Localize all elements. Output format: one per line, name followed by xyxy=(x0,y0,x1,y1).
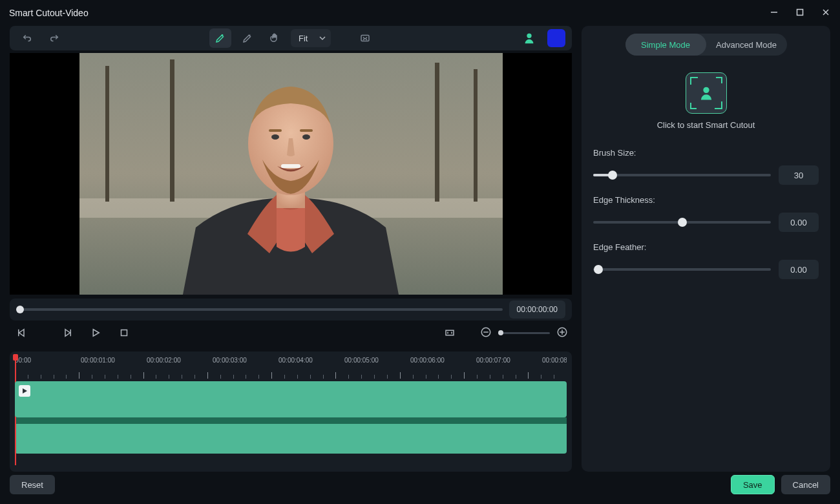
ruler-label: 00:00:03:00 xyxy=(213,357,247,364)
svg-marker-25 xyxy=(93,330,99,337)
edge-feather-row: 0.00 xyxy=(593,260,819,279)
ruler-label: 00:00:06:00 xyxy=(410,357,445,364)
background-color-swatch[interactable] xyxy=(547,29,565,47)
undo-button[interactable] xyxy=(16,28,38,48)
chevron-down-icon xyxy=(319,35,326,41)
simple-mode-tab[interactable]: Simple Mode xyxy=(625,34,706,56)
person-icon xyxy=(697,84,715,102)
ruler-label: 00:00:01:00 xyxy=(81,357,115,364)
transport-controls xyxy=(10,320,572,345)
erase-brush-tool[interactable] xyxy=(236,28,258,48)
svg-rect-13 xyxy=(474,69,478,202)
svg-marker-21 xyxy=(19,330,25,337)
svg-point-16 xyxy=(271,134,279,140)
svg-marker-23 xyxy=(65,330,70,337)
title-bar: Smart Cutout-Video xyxy=(0,0,840,26)
brush-size-value[interactable]: 30 xyxy=(779,165,819,185)
timeline-ruler[interactable]: 00:00 00:00:01:00 00:00:02:00 00:00:03:0… xyxy=(15,357,567,379)
svg-rect-19 xyxy=(300,129,313,132)
timeline-zoom-controls xyxy=(441,324,568,341)
edge-thickness-label: Edge Thickness: xyxy=(593,195,819,205)
zoom-in-button[interactable] xyxy=(556,326,568,340)
footer: Reset Save Cancel xyxy=(0,472,840,498)
ruler-label: 00:00:04:00 xyxy=(278,357,313,364)
edge-thickness-value[interactable]: 0.00 xyxy=(779,213,819,232)
zoom-slider[interactable] xyxy=(498,332,550,334)
ruler-label: 00:00:02:00 xyxy=(147,357,181,364)
scrubber-row: 00:00:00:00 xyxy=(10,299,572,320)
add-brush-tool[interactable] xyxy=(209,28,231,48)
prev-frame-button[interactable] xyxy=(14,324,30,341)
window-title: Smart Cutout-Video xyxy=(9,8,89,18)
silhouette-preview[interactable] xyxy=(520,29,538,47)
edge-feather-value[interactable]: 0.00 xyxy=(779,260,819,279)
stop-button[interactable] xyxy=(116,324,132,341)
svg-rect-7 xyxy=(361,36,369,41)
fit-timeline-button[interactable] xyxy=(441,324,458,341)
zoom-select-label: Fit xyxy=(299,34,308,43)
edge-feather-thumb[interactable] xyxy=(594,265,603,274)
svg-marker-35 xyxy=(23,388,27,394)
main-area: Fit xyxy=(0,26,840,472)
close-button[interactable] xyxy=(821,8,831,19)
save-button[interactable]: Save xyxy=(731,475,775,494)
timeline-panel: 00:00 00:00:01:00 00:00:02:00 00:00:03:0… xyxy=(10,352,572,472)
scrubber-thumb[interactable] xyxy=(16,306,24,313)
timeline-audio-track[interactable] xyxy=(15,424,567,454)
compare-toggle[interactable] xyxy=(354,28,376,48)
advanced-mode-tab[interactable]: Advanced Mode xyxy=(706,34,787,56)
edge-feather-slider[interactable] xyxy=(593,268,771,271)
next-frame-button[interactable] xyxy=(59,324,76,341)
zoom-slider-thumb[interactable] xyxy=(498,330,503,335)
start-caption: Click to start Smart Cutout xyxy=(593,120,819,130)
ruler-label: 00:00:05:00 xyxy=(344,357,379,364)
clip-play-icon xyxy=(19,385,30,397)
redo-button[interactable] xyxy=(43,28,65,48)
video-preview[interactable] xyxy=(10,53,572,295)
pan-tool[interactable] xyxy=(264,28,286,48)
svg-rect-20 xyxy=(281,164,300,168)
cancel-button[interactable]: Cancel xyxy=(781,475,830,494)
svg-rect-18 xyxy=(269,129,282,132)
minimize-button[interactable] xyxy=(769,8,779,19)
edge-feather-label: Edge Feather: xyxy=(593,242,819,252)
svg-rect-12 xyxy=(435,63,439,202)
ruler-ticks xyxy=(15,372,567,379)
maximize-button[interactable] xyxy=(795,8,805,19)
brush-size-row: 30 xyxy=(593,165,819,185)
ruler-label: 00:00:08:00 xyxy=(542,357,567,364)
svg-point-17 xyxy=(302,134,310,140)
edge-thickness-slider[interactable] xyxy=(593,221,771,224)
svg-rect-1 xyxy=(797,9,803,15)
timeline-track-gap xyxy=(15,417,567,424)
ruler-label: 00:00:07:00 xyxy=(476,357,510,364)
zoom-select[interactable]: Fit xyxy=(291,29,331,47)
mode-toggle: Simple Mode Advanced Mode xyxy=(625,34,787,56)
preview-toolbar: Fit xyxy=(10,26,572,50)
preview-placeholder-image xyxy=(79,53,503,295)
brush-size-thumb[interactable] xyxy=(608,171,617,180)
svg-rect-10 xyxy=(105,66,109,202)
timecode-display: 00:00:00:00 xyxy=(509,300,565,319)
window-controls xyxy=(769,8,831,19)
svg-rect-26 xyxy=(121,330,127,336)
scrubber-track[interactable] xyxy=(16,308,503,311)
edge-thickness-thumb[interactable] xyxy=(678,218,687,227)
brush-size-slider[interactable] xyxy=(593,174,771,176)
play-button[interactable] xyxy=(87,324,104,341)
settings-panel: Simple Mode Advanced Mode Click to start… xyxy=(582,26,830,472)
reset-button[interactable]: Reset xyxy=(10,475,55,494)
left-column: Fit xyxy=(10,26,572,472)
svg-rect-11 xyxy=(170,59,174,202)
start-smart-cutout-button[interactable] xyxy=(686,72,727,114)
edge-thickness-row: 0.00 xyxy=(593,213,819,232)
svg-rect-27 xyxy=(446,330,454,335)
timeline-video-track[interactable] xyxy=(15,381,567,417)
zoom-out-button[interactable] xyxy=(480,326,492,340)
brush-size-label: Brush Size: xyxy=(593,148,819,158)
